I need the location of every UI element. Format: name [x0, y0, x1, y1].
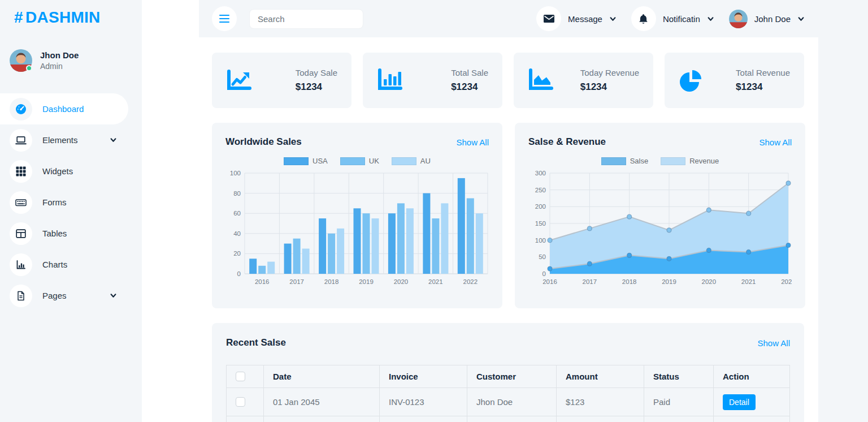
sidebar-item-pages[interactable]: Pages: [0, 280, 128, 311]
legend-item-au: AU: [392, 157, 431, 165]
online-status-dot: [26, 65, 32, 71]
svg-text:80: 80: [233, 190, 241, 197]
detail-button[interactable]: Detail: [723, 394, 756, 410]
column-header-amount: Amount: [557, 365, 644, 388]
stat-card-today-revenue: Today Revenue$1234: [514, 53, 653, 108]
hamburger-icon: [219, 12, 229, 24]
sales-revenue-area-chart: 0501001502002503002016201720182019202020…: [528, 169, 792, 288]
sidebar-item-forms[interactable]: Forms: [0, 187, 128, 218]
legend-label: USA: [313, 157, 328, 165]
sidebar-user-name: Jhon Doe: [40, 50, 79, 60]
sidebar-toggle-button[interactable]: [212, 6, 237, 31]
worldwide-sales-bar-chart: 0204060801002016201720182019202020212022: [225, 169, 489, 288]
stat-label: Total Revenue: [736, 68, 790, 77]
svg-text:0: 0: [542, 270, 546, 277]
message-dropdown[interactable]: Message: [536, 6, 617, 31]
svg-text:100: 100: [535, 237, 546, 244]
sidebar-item-elements[interactable]: Elements: [0, 124, 128, 156]
stat-card-total-sale: Total Sale$1234: [363, 53, 502, 108]
search-input[interactable]: [249, 9, 363, 29]
legend-swatch: [392, 157, 416, 165]
tachometer-icon: [10, 98, 32, 120]
select-all-checkbox[interactable]: [236, 372, 245, 381]
sidebar-item-label: Tables: [42, 229, 67, 238]
svg-text:40: 40: [233, 230, 241, 237]
legend-item-revenue: Revenue: [661, 157, 719, 165]
stat-value: $1234: [451, 81, 488, 93]
chevron-down-icon: [110, 292, 117, 299]
area-chart-legend: SalseRevenue: [528, 157, 792, 165]
column-header-action: Action: [714, 365, 790, 388]
sidebar-item-charts[interactable]: Charts: [0, 249, 128, 280]
svg-text:2016: 2016: [542, 278, 557, 285]
legend-item-uk: UK: [340, 157, 379, 165]
svg-text:2019: 2019: [359, 278, 374, 285]
svg-text:300: 300: [535, 170, 546, 176]
user-dropdown[interactable]: John Doe: [729, 10, 805, 28]
sales-revenue-show-all-link[interactable]: Show All: [759, 137, 792, 147]
chevron-down-icon: [609, 15, 617, 23]
sidebar-item-label: Dashboard: [42, 104, 84, 114]
sidebar-user-role: Admin: [40, 62, 79, 71]
chart-line-icon: [226, 68, 252, 92]
page: #DASHMIN Jhon Doe Admin DashboardElement…: [0, 0, 868, 422]
recent-sales-table: DateInvoiceCustomerAmountStatusAction 01…: [226, 365, 790, 422]
stat-value: $1234: [296, 81, 337, 93]
table-row[interactable]: 01 Jan 2045INV-0123Jhon Doe$123PaidDetai…: [227, 416, 790, 422]
svg-text:200: 200: [535, 203, 546, 210]
recent-sales-title: Recent Salse: [226, 337, 286, 348]
sidebar-item-label: Forms: [42, 197, 67, 207]
table-icon: [10, 222, 32, 245]
stat-label: Today Revenue: [580, 68, 639, 77]
stat-cards-row: Today Sale$1234Total Sale$1234Today Reve…: [212, 53, 804, 108]
svg-text:250: 250: [535, 187, 546, 193]
svg-text:2017: 2017: [289, 278, 304, 285]
recent-sales-show-all-link[interactable]: Show All: [757, 338, 790, 348]
table-row[interactable]: 01 Jan 2045INV-0123Jhon Doe$123PaidDetai…: [227, 388, 790, 416]
notification-dropdown[interactable]: Notificatin: [631, 6, 714, 31]
column-header-status: Status: [644, 365, 714, 388]
svg-text:100: 100: [230, 170, 241, 176]
avatar: [729, 10, 748, 28]
sidebar-user: Jhon Doe Admin: [0, 49, 142, 72]
svg-text:50: 50: [539, 253, 546, 260]
legend-label: Salse: [630, 157, 649, 165]
keyboard-icon: [10, 191, 32, 214]
sidebar-item-dashboard[interactable]: Dashboard: [0, 93, 128, 124]
svg-text:20: 20: [233, 250, 241, 257]
row-checkbox[interactable]: [236, 397, 245, 407]
sidebar-nav: DashboardElementsWidgetsFormsTablesChart…: [0, 93, 142, 311]
worldwide-sales-show-all-link[interactable]: Show All: [456, 137, 489, 147]
legend-item-salse: Salse: [601, 157, 649, 165]
svg-text:2019: 2019: [662, 278, 676, 285]
legend-label: Revenue: [689, 157, 719, 165]
brand-logo[interactable]: #DASHMIN: [0, 0, 142, 27]
legend-label: AU: [420, 157, 431, 165]
sidebar-item-label: Charts: [42, 260, 67, 269]
sidebar-item-widgets[interactable]: Widgets: [0, 156, 128, 187]
legend-swatch: [340, 157, 365, 165]
grid-icon: [10, 160, 32, 183]
cell-date: 01 Jan 2045: [264, 388, 380, 416]
cell-invoice: INV-0123: [380, 388, 467, 416]
column-header-date: Date: [264, 365, 380, 388]
avatar[interactable]: [10, 49, 32, 72]
chart-column-icon: [377, 68, 403, 92]
svg-text:2022: 2022: [463, 278, 478, 285]
legend-label: UK: [369, 157, 379, 165]
cell-status: Paid: [644, 416, 714, 422]
svg-text:2018: 2018: [324, 278, 339, 285]
cell-invoice: INV-0123: [380, 416, 467, 422]
svg-text:2020: 2020: [394, 278, 409, 285]
legend-swatch: [661, 157, 685, 165]
navbar-user-name: John Doe: [754, 14, 791, 24]
cell-customer: Jhon Doe: [467, 388, 557, 416]
bell-icon: [631, 6, 656, 31]
stat-label: Total Sale: [451, 68, 488, 77]
worldwide-sales-title: Worldwide Sales: [225, 136, 302, 148]
sidebar-item-label: Widgets: [42, 166, 73, 176]
chevron-down-icon: [707, 15, 714, 23]
svg-text:2016: 2016: [255, 278, 270, 285]
cell-amount: $123: [557, 388, 644, 416]
sidebar-item-tables[interactable]: Tables: [0, 218, 128, 249]
